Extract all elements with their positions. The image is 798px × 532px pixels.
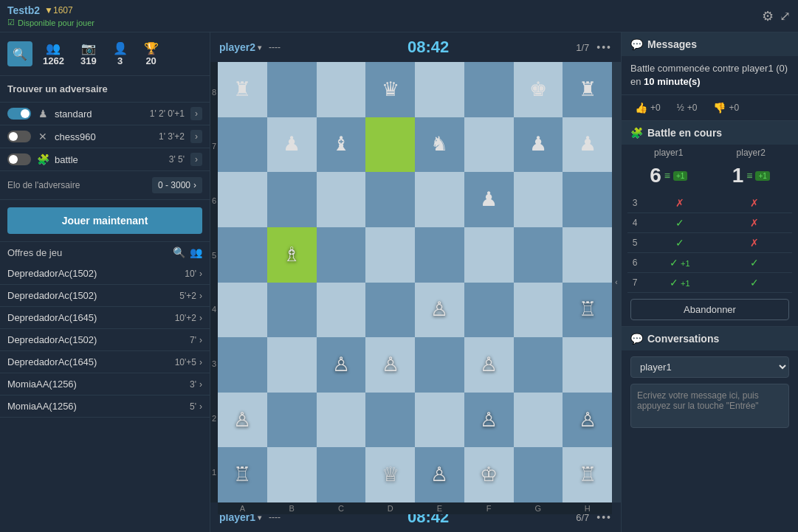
stat-trophies[interactable]: 🏆 20 [138, 38, 165, 69]
elo-range-button[interactable]: 0 - 3000 › [152, 177, 202, 193]
board-cell[interactable] [514, 283, 563, 338]
board-cell[interactable] [415, 337, 464, 393]
offer-row[interactable]: DepredadorAc(1645) 10'+2 › [0, 307, 210, 329]
board-cell[interactable] [365, 117, 415, 173]
board-cell[interactable] [415, 227, 464, 283]
board-cell[interactable] [317, 172, 366, 227]
chess960-arrow-button[interactable]: › [190, 130, 202, 143]
board-cell[interactable] [464, 117, 514, 173]
board-cell[interactable] [267, 62, 317, 117]
board-cell[interactable] [365, 393, 415, 448]
board-cell[interactable]: ♗ [267, 227, 317, 283]
stat-followers[interactable]: 👤 3 [107, 38, 134, 69]
chess-piece: ♙ [233, 410, 251, 430]
board-cell[interactable]: ♕ [365, 447, 415, 502]
board-cell[interactable] [267, 283, 317, 338]
offer-row[interactable]: DepredadorAc(1502) 5'+2 › [0, 285, 210, 307]
abandon-button[interactable]: Abandonner [630, 299, 789, 320]
offer-row[interactable]: MomiaAA(1256) 5' › [0, 395, 210, 418]
board-cell[interactable] [464, 62, 514, 117]
board-cell[interactable] [267, 393, 317, 448]
board-cell[interactable]: ♙ [415, 447, 464, 502]
board-cell[interactable]: ♙ [563, 393, 612, 448]
battle-arrow-button[interactable]: › [190, 153, 202, 166]
board-cell[interactable]: ♟ [563, 117, 612, 173]
board-cell[interactable] [267, 172, 317, 227]
board-cell[interactable]: ♙ [218, 393, 267, 448]
board-cell[interactable] [218, 172, 267, 227]
board-cell[interactable]: ♟ [464, 172, 514, 227]
standard-arrow-button[interactable]: › [190, 107, 202, 120]
mode-standard-toggle[interactable] [7, 108, 31, 120]
board-cell[interactable]: ♚ [514, 62, 563, 117]
offer-row[interactable]: DepredadorAc(1502) 7' › [0, 329, 210, 351]
board-cell[interactable]: ♟ [267, 117, 317, 173]
board-cell[interactable]: ♖ [563, 447, 612, 502]
board-cell[interactable] [415, 172, 464, 227]
mode-battle-toggle[interactable] [7, 153, 31, 165]
settings-button[interactable]: ⚙ [762, 8, 774, 24]
board-cell[interactable]: ♙ [317, 337, 366, 393]
board-cell[interactable]: ♜ [218, 62, 267, 117]
board-cell[interactable] [218, 117, 267, 173]
play-now-button[interactable]: Jouer maintenant [7, 207, 202, 234]
stat-games[interactable]: 📷 319 [75, 38, 103, 69]
board-cell[interactable] [365, 283, 415, 338]
board-cell[interactable]: ♖ [563, 283, 612, 338]
offers-search-button[interactable]: 🔍 [173, 246, 185, 258]
board-cell[interactable]: ♙ [464, 337, 514, 393]
board-cell[interactable] [514, 393, 563, 448]
conversation-player-select[interactable]: player1 [630, 356, 789, 378]
board-cell[interactable]: ♞ [415, 117, 464, 173]
offer-row[interactable]: DepredadorAc(1502) 10' › [0, 263, 210, 285]
board-cell[interactable] [563, 172, 612, 227]
board-cell[interactable] [317, 447, 366, 502]
thumbs-up-button[interactable]: 👍 +0 [630, 100, 665, 116]
board-cell[interactable] [267, 337, 317, 393]
mode-chess960-toggle[interactable] [7, 131, 31, 142]
board-cell[interactable] [563, 227, 612, 283]
board-cell[interactable] [464, 227, 514, 283]
board-cell[interactable] [218, 227, 267, 283]
chess-board[interactable]: ♜♛♚♜♟♝♞♟♟♟♗♙♖♙♙♙♙♙♙♖♕♙♔♖ [218, 62, 612, 502]
board-cell[interactable] [514, 227, 563, 283]
board-cell[interactable] [514, 337, 563, 393]
board-cell[interactable]: ♝ [317, 117, 366, 173]
board-cell[interactable] [317, 283, 366, 338]
top-more-button[interactable]: ••• [596, 41, 612, 53]
board-cell[interactable]: ♙ [464, 393, 514, 448]
stat-friends[interactable]: 👥 1262 [37, 38, 70, 69]
board-cell[interactable] [464, 283, 514, 338]
board-cell[interactable]: ♖ [218, 447, 267, 502]
board-cell[interactable] [267, 447, 317, 502]
board-cell[interactable] [514, 172, 563, 227]
board-cell[interactable]: ♙ [365, 337, 415, 393]
expand-button[interactable]: ⤢ [780, 8, 791, 24]
board-cell[interactable]: ♛ [365, 62, 415, 117]
board-cell[interactable] [317, 393, 366, 448]
top-player-name[interactable]: player2 ▾ [219, 41, 261, 53]
collapse-button[interactable]: ‹ [612, 62, 621, 502]
board-cell[interactable] [218, 337, 267, 393]
message-input[interactable] [630, 384, 789, 428]
offers-users-button[interactable]: 👥 [190, 246, 202, 258]
board-cell[interactable] [365, 172, 415, 227]
board-cell[interactable] [365, 227, 415, 283]
half-point-button[interactable]: ½ +0 [673, 100, 702, 116]
board-cell[interactable] [563, 337, 612, 393]
board-cell[interactable]: ♟ [514, 117, 563, 173]
search-button[interactable]: 🔍 [7, 41, 32, 66]
board-cell[interactable]: ♜ [563, 62, 612, 117]
offer-row[interactable]: DepredadorAc(1645) 10'+5 › [0, 351, 210, 373]
board-cell[interactable] [514, 447, 563, 502]
board-cell[interactable] [415, 393, 464, 448]
offer-row[interactable]: MomiaAA(1256) 3' › [0, 373, 210, 395]
player1-arrow-icon: ▾ [258, 514, 261, 522]
board-cell[interactable] [317, 62, 366, 117]
board-cell[interactable] [218, 283, 267, 338]
thumbs-down-button[interactable]: 👎 +0 [709, 100, 743, 116]
board-cell[interactable] [415, 62, 464, 117]
board-cell[interactable]: ♔ [464, 447, 514, 502]
board-cell[interactable] [317, 227, 366, 283]
board-cell[interactable]: ♙ [415, 283, 464, 338]
